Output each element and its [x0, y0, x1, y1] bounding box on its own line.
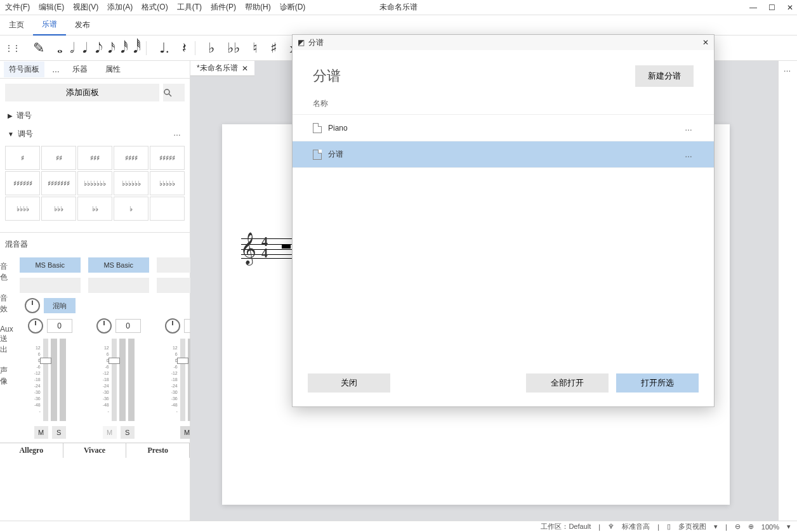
right-pane-more-icon[interactable]: … [784, 65, 793, 74]
tab-instruments[interactable]: 乐器 [67, 62, 93, 77]
pan-knob[interactable] [96, 318, 112, 334]
zoom-in-icon[interactable]: ⊕ [748, 522, 754, 531]
view-mode[interactable]: 多页视图 [678, 522, 706, 531]
menu-file[interactable]: 文件(F) [5, 2, 30, 13]
row-pan: 声像 [0, 365, 13, 387]
add-palette-button[interactable]: 添加面板 [5, 84, 159, 101]
meter [51, 339, 57, 421]
solo-button[interactable]: S [121, 426, 135, 439]
pan-knob[interactable] [165, 318, 180, 334]
minimize-icon[interactable]: — [749, 3, 757, 12]
pan-value[interactable]: 0 [47, 319, 72, 333]
parts-list: Piano … 分谱 … [293, 114, 714, 168]
key-cell[interactable]: ♭♭♭♭♭♭♭ [77, 171, 112, 195]
key-cell[interactable]: ♯♯♯♯ [114, 146, 148, 170]
mute-button[interactable]: M [103, 426, 117, 439]
palette-menu-icon[interactable]: … [52, 65, 60, 74]
sharp-icon[interactable]: ♯ [270, 40, 277, 56]
tree-key[interactable]: ▼调号 … [5, 125, 185, 143]
meter [60, 339, 66, 421]
sound-chip[interactable]: MS Basic [20, 257, 81, 273]
key-cell[interactable]: ♭♭♭♭♭♭ [114, 171, 148, 195]
dialog-heading: 分谱 [313, 67, 341, 86]
volume-fader[interactable] [180, 339, 185, 421]
key-cell[interactable]: ♭♭♭♭♭ [150, 171, 185, 195]
fx-slot[interactable] [88, 278, 149, 293]
natural-icon[interactable]: ♮ [253, 40, 258, 56]
close-button[interactable]: 关闭 [308, 373, 390, 393]
open-all-button[interactable]: 全部打开 [526, 373, 609, 393]
search-palette-button[interactable] [163, 84, 185, 101]
close-tab-icon[interactable]: ✕ [242, 64, 248, 73]
key-cell[interactable]: ♯♯♯ [77, 146, 112, 170]
fx-slot[interactable] [20, 278, 81, 293]
maximize-icon[interactable]: ☐ [768, 3, 775, 12]
open-selected-button[interactable]: 打开所选 [616, 373, 699, 393]
mute-button[interactable]: M [34, 426, 48, 439]
key-cell[interactable]: ♭♭♭♭ [5, 197, 40, 221]
key-cell[interactable]: ♭♭♭ [41, 197, 76, 221]
key-cell[interactable]: ♯♯♯♯♯ [150, 146, 185, 170]
key-signature-grid: ♯ ♯♯ ♯♯♯ ♯♯♯♯ ♯♯♯♯♯ ♯♯♯♯♯♯ ♯♯♯♯♯♯♯ ♭♭♭♭♭… [5, 146, 185, 221]
page-view-icon[interactable]: ▯ [667, 522, 671, 531]
tab-properties[interactable]: 属性 [100, 62, 126, 77]
list-item[interactable]: 分谱 … [293, 141, 714, 168]
new-part-button[interactable]: 新建分谱 [635, 65, 694, 87]
part-name: 分谱 [328, 149, 343, 160]
tempo-presto[interactable]: Presto [126, 443, 190, 458]
menu-add[interactable]: 添加(A) [107, 2, 133, 13]
workspace-value[interactable]: Default [569, 522, 591, 530]
tree-clef[interactable]: ▶谱号 [5, 107, 185, 125]
row-more-icon[interactable]: … [685, 150, 694, 159]
tempo-vivace[interactable]: Vivace [63, 443, 127, 458]
aux-knob[interactable] [25, 298, 40, 313]
zoom-out-icon[interactable]: ⊖ [735, 522, 741, 531]
volume-fader[interactable] [43, 339, 48, 421]
name-column-header: 名称 [293, 92, 714, 114]
tab-home[interactable]: 主页 [0, 15, 33, 36]
menu-plugins[interactable]: 插件(P) [211, 2, 236, 13]
tempo-allegro[interactable]: Allegro [0, 443, 63, 458]
volume-fader[interactable] [112, 339, 117, 421]
tab-palette[interactable]: 符号面板 [4, 62, 44, 77]
tab-publish[interactable]: 发布 [66, 15, 99, 36]
menu-diagnostic[interactable]: 诊断(D) [280, 2, 306, 13]
right-pane: … [778, 61, 797, 521]
tempo-palette: Allegro Vivace Presto [0, 443, 190, 458]
menu-view[interactable]: 视图(V) [73, 2, 98, 13]
list-item[interactable]: Piano … [293, 115, 714, 141]
key-cell[interactable] [150, 197, 185, 221]
dialog-close-icon[interactable]: ✕ [702, 38, 709, 47]
sound-chip[interactable]: MS Basic [88, 257, 149, 273]
menu-tools[interactable]: 工具(T) [177, 2, 202, 13]
key-cell[interactable]: ♯♯ [41, 146, 76, 170]
concert-pitch[interactable]: 标准音高 [622, 522, 650, 531]
menu-help[interactable]: 帮助(H) [245, 2, 271, 13]
row-more-icon[interactable]: … [685, 124, 694, 133]
tuning-fork-icon[interactable]: ♆ [608, 522, 614, 531]
menu-format[interactable]: 格式(O) [142, 2, 168, 13]
tree-key-more-icon[interactable]: … [173, 129, 182, 139]
window-title: 未命名乐谱 [379, 2, 418, 13]
double-flat-icon[interactable]: ♭♭ [227, 40, 240, 56]
pan-value[interactable]: 0 [115, 319, 141, 333]
solo-button[interactable]: S [52, 426, 66, 439]
key-cell[interactable]: ♭ [114, 197, 148, 221]
grip-icon[interactable]: ⋮⋮ [5, 44, 20, 53]
key-cell[interactable]: ♯♯♯♯♯♯ [5, 171, 40, 195]
reverb-chip[interactable]: 混响 [44, 298, 76, 313]
key-cell[interactable]: ♯ [5, 146, 40, 170]
document-tab[interactable]: *未命名乐谱✕ [190, 61, 254, 76]
zoom-value[interactable]: 100% [761, 523, 779, 531]
note-dotted[interactable]: ♩. [159, 40, 169, 56]
pencil-icon[interactable]: ✎ [33, 40, 44, 56]
flat-icon[interactable]: ♭ [208, 40, 214, 56]
status-bar: 工作区：Default | ♆ 标准音高 | ▯ 多页视图▾ | ⊖ ⊕ 100… [0, 521, 797, 532]
tab-score[interactable]: 乐谱 [33, 15, 66, 36]
close-icon[interactable]: ✕ [787, 3, 793, 12]
key-cell[interactable]: ♭♭ [77, 197, 112, 221]
mixer-channel: MS Basic 0 1260-6-12-18-24-30-36-48- MS [87, 257, 150, 439]
key-cell[interactable]: ♯♯♯♯♯♯♯ [41, 171, 76, 195]
menu-edit[interactable]: 编辑(E) [39, 2, 64, 13]
pan-knob[interactable] [28, 318, 43, 334]
